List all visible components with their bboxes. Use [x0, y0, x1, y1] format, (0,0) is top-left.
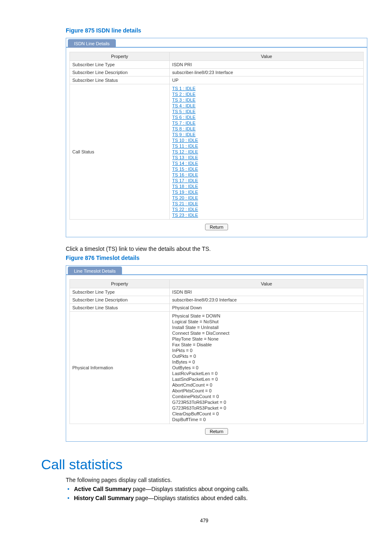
property-cell: Subscriber Line Type [70, 61, 170, 69]
table-row: Physical InformationPhysical State = DOW… [70, 312, 364, 424]
timeslot-link[interactable]: TS 14 : IDLE [172, 160, 361, 166]
timeslot-link[interactable]: TS 7 : IDLE [172, 120, 361, 126]
figure-title-876: Figure 876 Timeslot details [66, 255, 367, 261]
section-heading-call-statistics: Call statistics [41, 457, 367, 473]
physical-info-line: LastRcvPacketLen = 0 [172, 371, 361, 376]
timeslot-link[interactable]: TS 23 : IDLE [172, 212, 361, 218]
timeslot-link[interactable]: TS 9 : IDLE [172, 132, 361, 137]
timeslot-link[interactable]: TS 22 : IDLE [172, 206, 361, 212]
physical-info-line: InPkts = 0 [172, 348, 361, 353]
section-intro-text: The following pages display call statist… [66, 477, 367, 483]
physical-info-line: Logical State = NoShut [172, 319, 361, 324]
value-cell: TS 1 : IDLETS 2 : IDLETS 3 : IDLETS 4 : … [170, 84, 364, 220]
value-cell: subscriber-line8/0:23 Interface [170, 69, 364, 76]
property-cell: Subscriber Line Type [70, 288, 170, 296]
tab-line-timeslot-details[interactable]: Line Timeslot Details [68, 266, 122, 275]
tab-row: ISDN Line Details [66, 38, 367, 48]
physical-info-line: OutPkts = 0 [172, 353, 361, 359]
timeslot-details-panel: Line Timeslot Details Property Value Sub… [66, 265, 367, 442]
timeslot-link[interactable]: TS 8 : IDLE [172, 126, 361, 132]
physical-info-line: Physical State = DOWN [172, 313, 361, 319]
timeslot-link[interactable]: TS 20 : IDLE [172, 195, 361, 201]
timeslot-link[interactable]: TS 21 : IDLE [172, 201, 361, 206]
timeslot-link[interactable]: TS 13 : IDLE [172, 155, 361, 160]
property-cell: Subscriber Line Status [70, 304, 170, 312]
col-property: Property [70, 280, 170, 288]
property-cell: Subscriber Line Status [70, 76, 170, 84]
timeslot-link[interactable]: TS 5 : IDLE [172, 109, 361, 114]
table-row: Subscriber Line Descriptionsubscriber-li… [70, 296, 364, 304]
physical-info-line: G723R63ToR53Packet = 0 [172, 405, 361, 411]
physical-info-line: ClearDspBuffCount = 0 [172, 411, 361, 417]
table-row: Subscriber Line StatusPhysical Down [70, 304, 364, 312]
physical-info-line: AbortPktsCount = 0 [172, 388, 361, 394]
physical-info-line: AbortCmdCount = 0 [172, 382, 361, 388]
physical-info-line: OutBytes = 0 [172, 365, 361, 371]
bullet-bold: History Call Summary [74, 495, 134, 501]
timeslot-link[interactable]: TS 6 : IDLE [172, 114, 361, 120]
value-cell: Physical State = DOWNLogical State = NoS… [170, 312, 364, 424]
property-cell: Subscriber Line Description [70, 296, 170, 304]
return-row: Return [69, 424, 364, 438]
timeslot-link[interactable]: TS 19 : IDLE [172, 189, 361, 195]
physical-info-line: G723R53ToR63Packet = 0 [172, 399, 361, 405]
timeslot-link[interactable]: TS 17 : IDLE [172, 178, 361, 183]
timeslot-link[interactable]: TS 10 : IDLE [172, 137, 361, 143]
return-button[interactable]: Return [205, 428, 228, 435]
physical-info-line: InBytes = 0 [172, 359, 361, 365]
timeslot-link[interactable]: TS 18 : IDLE [172, 183, 361, 189]
value-cell: UP [170, 76, 364, 84]
physical-info-line: Connect State = DisConnect [172, 330, 361, 336]
bullet-item: History Call Summary page—Displays stati… [74, 495, 367, 501]
physical-info-line: CombinePktsCount = 0 [172, 394, 361, 399]
physical-info-line: Fax State = Disable [172, 342, 361, 348]
table-row: Subscriber Line Descriptionsubscriber-li… [70, 69, 364, 76]
isdn-details-table: Property Value Subscriber Line TypeISDN … [69, 52, 364, 220]
timeslot-link[interactable]: TS 1 : IDLE [172, 86, 361, 91]
table-row: Subscriber Line StatusUP [70, 76, 364, 84]
timeslot-link[interactable]: TS 15 : IDLE [172, 166, 361, 172]
isdn-line-details-panel: ISDN Line Details Property Value Subscri… [66, 38, 367, 237]
col-value: Value [170, 280, 364, 288]
property-cell: Subscriber Line Description [70, 69, 170, 76]
value-cell: Physical Down [170, 304, 364, 312]
timeslot-link[interactable]: TS 11 : IDLE [172, 143, 361, 149]
timeslot-link[interactable]: TS 16 : IDLE [172, 172, 361, 178]
value-cell: subscriber-line8/0:23:0 Interface [170, 296, 364, 304]
timeslot-link[interactable]: TS 12 : IDLE [172, 149, 361, 155]
bullet-item: Active Call Summary page—Displays statis… [74, 486, 367, 492]
bullet-rest: page—Displays statistics about ongoing c… [131, 486, 249, 492]
physical-info-line: DspBuffTime = 0 [172, 417, 361, 422]
col-property: Property [70, 52, 170, 61]
table-row: Subscriber Line TypeISDN BRI [70, 288, 364, 296]
timeslot-link[interactable]: TS 3 : IDLE [172, 97, 361, 103]
page-number: 479 [41, 518, 367, 524]
timeslot-link[interactable]: TS 4 : IDLE [172, 103, 361, 109]
property-cell: Call Status [70, 84, 170, 220]
return-row: Return [69, 220, 364, 234]
bullet-list: Active Call Summary page—Displays statis… [66, 486, 367, 501]
value-cell: ISDN BRI [170, 288, 364, 296]
bullet-bold: Active Call Summary [74, 486, 131, 492]
timeslot-instruction-text: Click a timeslot (TS) link to view the d… [66, 246, 367, 252]
physical-info-line: PlayTone State = None [172, 336, 361, 342]
physical-info-line: Install State = UnInstall [172, 324, 361, 330]
tab-row: Line Timeslot Details [66, 266, 367, 275]
physical-info-line: LastSndPacketLen = 0 [172, 376, 361, 382]
property-cell: Physical Information [70, 312, 170, 424]
timeslot-details-table: Property Value Subscriber Line TypeISDN … [69, 279, 364, 424]
return-button[interactable]: Return [205, 224, 228, 230]
table-row: Call StatusTS 1 : IDLETS 2 : IDLETS 3 : … [70, 84, 364, 220]
figure-title-875: Figure 875 ISDN line details [66, 27, 367, 34]
value-cell: ISDN PRI [170, 61, 364, 69]
tab-isdn-line-details[interactable]: ISDN Line Details [68, 39, 116, 48]
panel-inner: Property Value Subscriber Line TypeISDN … [66, 48, 367, 237]
col-value: Value [170, 52, 364, 61]
panel-inner: Property Value Subscriber Line TypeISDN … [66, 275, 367, 441]
timeslot-link[interactable]: TS 2 : IDLE [172, 91, 361, 97]
bullet-rest: page—Displays statistics about ended cal… [134, 495, 248, 501]
table-row: Subscriber Line TypeISDN PRI [70, 61, 364, 69]
